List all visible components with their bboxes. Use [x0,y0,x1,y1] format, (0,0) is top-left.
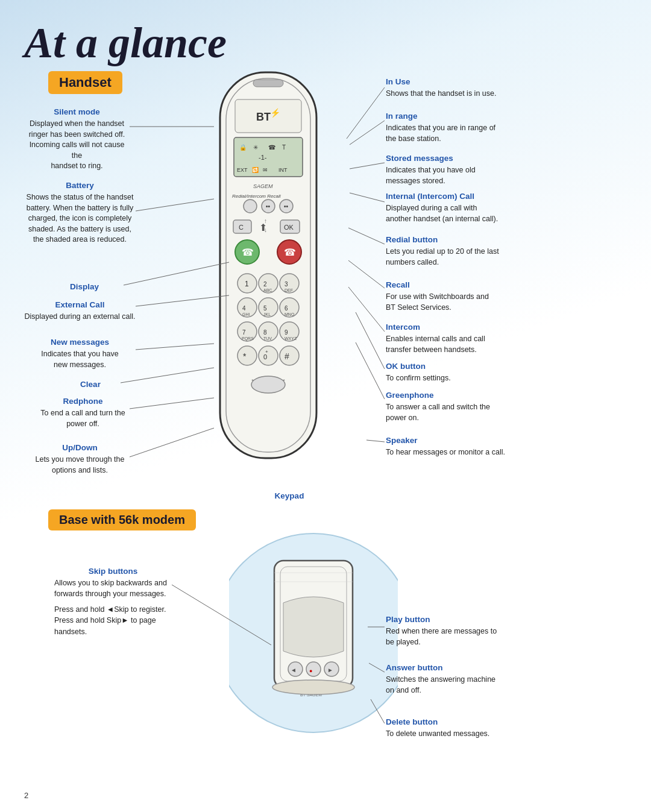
svg-point-64 [280,346,299,365]
svg-text:3: 3 [285,281,288,288]
svg-text:••: •• [284,203,289,210]
svg-text:✳: ✳ [253,144,258,151]
svg-text:●: ● [309,668,312,674]
play-button-label: Play button Red when there are messages … [386,615,573,647]
skip-buttons-label: Skip buttons Allows you to skip backward… [54,567,172,637]
svg-text:EXT: EXT [237,167,248,173]
svg-line-89 [347,87,385,139]
svg-text:✉: ✉ [263,167,268,173]
page-number: 2 [24,791,28,800]
stored-messages-label: Stored messages Indicates that you have … [386,154,567,186]
svg-text:JKL: JKL [263,312,271,316]
section1-header: Handset [48,71,122,94]
page-layout: At a glance Handset BT ⚡ 🔒 ✳ ☎ T -1- EXT… [0,0,651,812]
svg-text:-1-: -1- [259,154,267,161]
ok-button-label: OK button To confirm settings. [386,362,555,383]
keypad-label: Keypad [259,491,319,500]
svg-text:◄: ◄ [291,667,297,673]
svg-point-17 [244,200,257,213]
svg-line-98 [366,440,385,442]
svg-text:☎: ☎ [242,247,254,257]
speaker-label: Speaker To hear messages or monitor a ca… [386,436,573,458]
svg-text:#: # [285,351,289,361]
svg-text:🔒: 🔒 [239,143,247,151]
svg-line-95 [348,287,385,332]
svg-line-93 [348,228,385,244]
svg-text:2: 2 [263,281,267,288]
in-range-label: In range Indicates that you are in range… [386,112,555,144]
svg-text:4: 4 [242,305,246,312]
svg-line-96 [356,312,385,369]
svg-text:ABC: ABC [263,288,272,292]
svg-text:9: 9 [285,329,288,336]
battery-label: Battery Shows the status of the handsetb… [24,181,136,245]
svg-text:WXYZ: WXYZ [285,336,297,341]
svg-text:↓: ↓ [264,227,267,233]
svg-line-97 [356,342,385,399]
redial-button-label: Redial button Lets you redial up to 20 o… [386,235,573,268]
svg-line-90 [350,121,385,145]
svg-text:MNO: MNO [285,312,295,316]
page-title: At a glance [0,0,651,74]
svg-text:☎: ☎ [284,247,296,257]
svg-text:5: 5 [263,305,267,312]
svg-text:8: 8 [263,329,267,336]
answer-button-label: Answer button Switches the answering mac… [386,663,573,696]
recall-label: Recall For use with Switchboards andBT S… [386,280,573,313]
in-use-label: In Use Shows that the handset is in use. [386,77,555,99]
internal-intercom-call-label: Internal (Intercom) Call Displayed durin… [386,192,579,224]
svg-text:►: ► [327,667,333,673]
section2-header: Base with 56k modem [48,509,196,530]
svg-text:6: 6 [285,305,288,312]
clear-label: Clear [60,380,121,389]
svg-point-59 [237,346,257,365]
redphone-label: Redphone To end a call and turn thepower… [36,397,130,429]
svg-text:GHI: GHI [242,312,250,316]
svg-text:☎: ☎ [268,144,275,151]
svg-text:🔁: 🔁 [252,166,259,174]
svg-point-74 [306,662,321,676]
svg-text:INT: INT [278,167,288,173]
svg-text:Redial/Intercom Recall: Redial/Intercom Recall [232,194,281,199]
svg-text:TUV: TUV [263,336,272,341]
display-label: Display [48,282,121,291]
svg-text:••: •• [266,203,271,210]
svg-text:1: 1 [245,280,249,288]
svg-point-66 [251,376,285,393]
svg-point-80 [272,680,354,694]
svg-text:DEF: DEF [285,288,293,292]
svg-text:SAGEM: SAGEM [253,183,273,189]
svg-text:7: 7 [242,329,246,336]
base-station-diagram: BT SAGEM ◄ ● ► [229,524,398,741]
svg-text:*: * [243,351,247,361]
new-messages-label: New messages Indicates that you havenew … [24,338,136,370]
svg-text:PQRS: PQRS [242,336,254,341]
svg-text:BT: BT [256,111,271,123]
external-call-label: External Call Displayed during an extern… [24,300,136,322]
svg-line-94 [348,260,385,288]
delete-button-label: Delete button To delete unwanted message… [386,717,573,739]
svg-text:↑: ↑ [264,218,267,224]
svg-text:+: + [265,349,268,354]
handset-diagram: BT ⚡ 🔒 ✳ ☎ T -1- EXT 🔁 ✉ INT SAGEM Redia… [187,66,350,488]
silent-mode-label: Silent mode Displayed when the handsetri… [24,107,130,172]
svg-rect-67 [253,80,283,87]
svg-line-92 [350,193,385,202]
svg-point-61 [259,346,278,365]
svg-text:T: T [282,144,286,151]
greenphone-label: Greenphone To answer a call and switch t… [386,391,567,423]
svg-text:C: C [239,224,244,231]
intercom-label: Intercom Enables internal calls and call… [386,323,573,355]
svg-text:⚡: ⚡ [270,108,281,118]
updown-label: Up/Down Lets you move through theoptions… [30,443,130,476]
svg-text:OK: OK [284,224,294,231]
svg-line-91 [350,163,385,169]
